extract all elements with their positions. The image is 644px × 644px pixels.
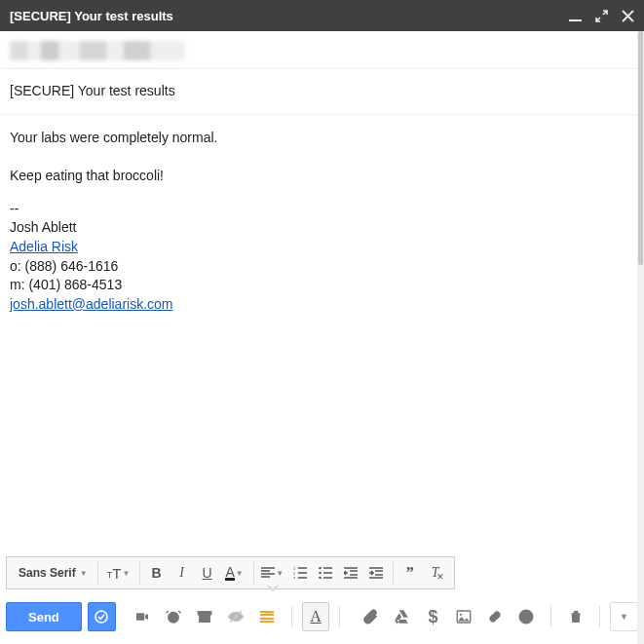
expand-icon[interactable] xyxy=(595,10,608,22)
send-button[interactable]: Send xyxy=(6,602,82,631)
svg-point-12 xyxy=(460,614,462,616)
svg-point-7 xyxy=(95,611,107,623)
signature-name: Josh Ablett xyxy=(10,218,634,238)
attachment-icon[interactable] xyxy=(356,602,385,631)
body-line: Your labs were completely normal. xyxy=(10,129,634,148)
window-controls xyxy=(569,10,634,22)
trash-icon[interactable] xyxy=(561,602,589,631)
alarm-icon[interactable] xyxy=(159,602,188,631)
indent-less-button[interactable] xyxy=(338,560,363,586)
svg-rect-9 xyxy=(198,612,211,615)
formatting-toolbar: Sans Serif ▼ TT ▼ B I U A ▼ ▼ 123 xyxy=(6,556,455,589)
video-icon[interactable] xyxy=(128,602,157,631)
numbered-list-button[interactable]: 123 xyxy=(287,560,313,586)
window-title: [SECURE] Your test results xyxy=(10,9,173,23)
recipients-field[interactable] xyxy=(0,31,644,69)
subject-field[interactable]: [SECURE] Your test results xyxy=(0,69,644,115)
svg-text:3: 3 xyxy=(293,576,296,579)
minimize-icon[interactable] xyxy=(569,10,582,22)
signature-email-link[interactable]: josh.ablett@adeliarisk.com xyxy=(10,296,173,312)
svg-point-5 xyxy=(319,572,322,575)
signature-office-phone: o: (888) 646-1616 xyxy=(10,257,634,277)
indent-more-button[interactable] xyxy=(363,560,389,586)
bold-button[interactable]: B xyxy=(144,560,170,586)
remove-formatting-button[interactable]: T✕ xyxy=(423,560,448,586)
svg-point-15 xyxy=(528,615,530,617)
svg-rect-0 xyxy=(569,19,582,21)
svg-point-14 xyxy=(523,615,525,617)
more-options-button[interactable]: ▼ xyxy=(610,602,638,631)
svg-point-13 xyxy=(520,610,534,624)
svg-point-4 xyxy=(319,567,322,569)
formatting-toggle-button[interactable]: A xyxy=(302,602,330,631)
eye-hidden-icon[interactable] xyxy=(221,602,250,631)
chevron-down-icon: ▼ xyxy=(276,569,284,578)
signature-company-link[interactable]: Adelia Risk xyxy=(10,239,78,254)
dollar-icon[interactable]: $ xyxy=(418,602,447,631)
lines-icon[interactable] xyxy=(252,602,282,631)
svg-point-6 xyxy=(319,577,322,579)
italic-button[interactable]: I xyxy=(170,560,195,586)
chevron-down-icon: ▼ xyxy=(236,569,244,578)
chevron-down-icon: ▼ xyxy=(123,569,131,578)
emoji-icon[interactable] xyxy=(511,602,541,631)
chevron-down-icon: ▼ xyxy=(620,612,628,622)
body-line: Keep eating that broccoli! xyxy=(10,167,634,186)
subject-text: [SECURE] Your test results xyxy=(10,83,175,98)
signature-mobile-phone: m: (401) 868-4513 xyxy=(10,276,634,295)
align-button[interactable]: ▼ xyxy=(258,560,287,586)
link-icon[interactable] xyxy=(480,602,510,631)
font-family-label: Sans Serif xyxy=(19,566,76,580)
image-icon[interactable] xyxy=(449,602,478,631)
message-body[interactable]: Your labs were completely normal. Keep e… xyxy=(0,115,644,327)
chevron-down-icon: ▼ xyxy=(80,569,88,578)
schedule-send-button[interactable] xyxy=(88,602,116,631)
close-icon[interactable] xyxy=(622,10,634,22)
font-size-button[interactable]: TT ▼ xyxy=(102,560,135,586)
archive-icon[interactable] xyxy=(190,602,219,631)
text-color-button[interactable]: A ▼ xyxy=(220,560,249,586)
vertical-scrollbar[interactable] xyxy=(637,31,644,644)
font-family-selector[interactable]: Sans Serif ▼ xyxy=(13,566,94,580)
scrollbar-thumb[interactable] xyxy=(638,31,643,265)
drive-icon[interactable] xyxy=(387,602,416,631)
bulleted-list-button[interactable] xyxy=(313,560,338,586)
underline-button[interactable]: U xyxy=(195,560,220,586)
quote-button[interactable]: ” xyxy=(398,560,423,586)
signature-dashes: -- xyxy=(10,200,634,219)
compose-bottom-bar: Send A $ xyxy=(6,597,638,636)
recipient-redacted xyxy=(10,41,185,60)
compose-titlebar: [SECURE] Your test results xyxy=(0,0,644,31)
